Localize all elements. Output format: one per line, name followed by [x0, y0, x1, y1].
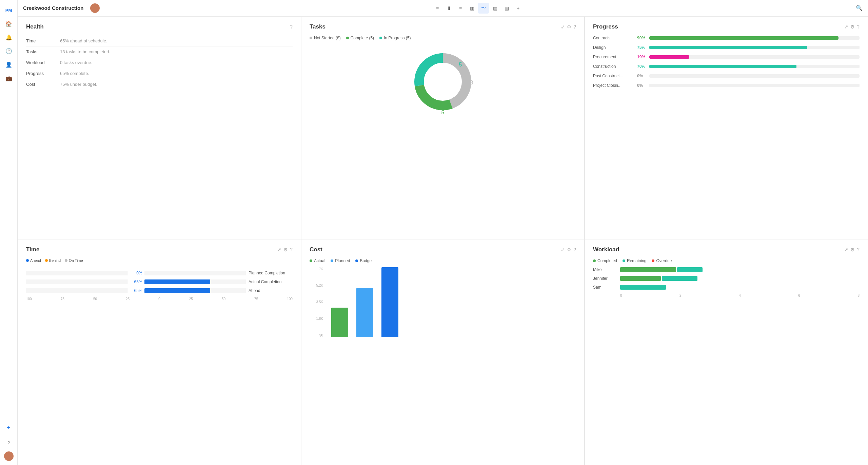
- time-chart-row: 65%Ahead: [26, 288, 293, 293]
- health-row: Time65% ahead of schedule.: [26, 36, 293, 46]
- time-bar-fill: [144, 288, 211, 293]
- workload-settings-icon[interactable]: ⚙: [850, 247, 855, 252]
- progress-help-icon[interactable]: ?: [857, 24, 860, 30]
- health-help-icon[interactable]: ?: [290, 24, 293, 30]
- dashboard: Health ? Time65% ahead of schedule.Tasks…: [18, 16, 868, 465]
- workload-legend-item: Completed: [593, 258, 617, 263]
- rows-view-icon[interactable]: ≡: [455, 3, 466, 14]
- cost-y-label: 5.2K: [310, 284, 323, 287]
- progress-row-label: Design: [593, 45, 637, 50]
- workload-legend-dot: [652, 259, 654, 262]
- progress-fill: [649, 55, 689, 59]
- workload-axis: 02468: [593, 294, 860, 297]
- sidebar-pm-logo[interactable]: PM: [3, 4, 15, 16]
- cost-legend-dot: [331, 259, 333, 262]
- time-legend-item: Ahead: [26, 258, 41, 263]
- time-legend-dot: [26, 259, 29, 262]
- time-help-icon[interactable]: ?: [290, 247, 293, 252]
- workload-bar: [677, 267, 703, 272]
- sidebar-people[interactable]: 👤: [3, 58, 15, 71]
- time-legend-label: Behind: [49, 258, 61, 263]
- workload-bar: [620, 267, 676, 272]
- time-settings-icon[interactable]: ⚙: [283, 247, 288, 252]
- cost-card-actions: ⤢ ⚙ ?: [561, 247, 576, 252]
- workload-legend-item: Overdue: [652, 258, 672, 263]
- sidebar-time[interactable]: 🕐: [3, 45, 15, 57]
- cost-settings-icon[interactable]: ⚙: [567, 247, 571, 252]
- sidebar-avatar[interactable]: [4, 451, 14, 461]
- workload-legend-label: Overdue: [656, 258, 672, 263]
- health-row-value: 0 tasks overdue.: [60, 60, 92, 65]
- workload-expand-icon[interactable]: ⤢: [844, 247, 848, 252]
- workload-person-bars: [620, 285, 860, 290]
- health-row-value: 13 tasks to be completed.: [60, 49, 110, 54]
- time-row-pct: 0%: [128, 271, 142, 275]
- cost-planned-bar: [356, 288, 373, 337]
- health-card: Health ? Time65% ahead of schedule.Tasks…: [18, 16, 301, 239]
- cost-card: Cost ⤢ ⚙ ? ActualPlannedBudget 7K5.2K3.5…: [301, 239, 585, 465]
- progress-expand-icon[interactable]: ⤢: [844, 24, 848, 30]
- cost-legend-item: Budget: [355, 258, 373, 263]
- sidebar: PM 🏠 🔔 🕐 👤 💼 + ?: [0, 0, 18, 465]
- time-chart: 0%Planned Completion65%Actual Completion…: [26, 268, 293, 301]
- time-expand-icon[interactable]: ⤢: [277, 247, 281, 252]
- cost-expand-icon[interactable]: ⤢: [561, 247, 565, 252]
- workload-person-label: Jennifer: [593, 276, 620, 281]
- sidebar-add[interactable]: +: [3, 422, 15, 434]
- progress-track: [649, 65, 860, 68]
- sidebar-help[interactable]: ?: [3, 437, 15, 449]
- cost-y-label: $0: [310, 333, 323, 337]
- time-title: Time: [26, 246, 39, 253]
- health-row-label: Time: [26, 38, 60, 43]
- svg-text:5: 5: [459, 62, 462, 67]
- sidebar-notifications[interactable]: 🔔: [3, 31, 15, 43]
- workload-help-icon[interactable]: ?: [857, 247, 860, 252]
- tasks-legend-item: Not Started (8): [310, 36, 341, 40]
- workload-legend: CompletedRemainingOverdue: [593, 258, 860, 263]
- cost-help-icon[interactable]: ?: [573, 247, 576, 252]
- health-title: Health: [26, 23, 44, 30]
- progress-row-label: Procurement: [593, 55, 637, 59]
- time-legend-dot: [65, 259, 67, 262]
- add-view-icon[interactable]: +: [513, 3, 524, 14]
- tasks-expand-icon[interactable]: ⤢: [561, 24, 565, 30]
- progress-track: [649, 46, 860, 49]
- tasks-legend-item: In Progress (5): [379, 36, 411, 40]
- chart-view-icon[interactable]: 〜: [478, 3, 489, 14]
- time-card-header: Time ⤢ ⚙ ?: [26, 246, 293, 253]
- legend-dot: [310, 37, 312, 39]
- progress-title: Progress: [593, 23, 618, 30]
- workload-title: Workload: [593, 246, 619, 253]
- doc-view-icon[interactable]: ▧: [501, 3, 512, 14]
- time-card-actions: ⤢ ⚙ ?: [277, 247, 293, 252]
- health-row-label: Cost: [26, 82, 60, 87]
- sidebar-home[interactable]: 🏠: [3, 18, 15, 30]
- calendar-view-icon[interactable]: ▤: [490, 3, 500, 14]
- svg-text:8: 8: [470, 80, 473, 85]
- workload-legend-dot: [593, 259, 596, 262]
- tasks-settings-icon[interactable]: ⚙: [567, 24, 571, 30]
- cost-y-label: 1.8K: [310, 317, 323, 321]
- list-view-icon[interactable]: ≡: [432, 3, 443, 14]
- tasks-help-icon[interactable]: ?: [573, 24, 576, 30]
- progress-row-pct: 0%: [637, 74, 649, 78]
- progress-track: [649, 36, 860, 40]
- cost-legend-label: Planned: [335, 258, 350, 263]
- progress-settings-icon[interactable]: ⚙: [850, 24, 855, 30]
- cost-legend-item: Planned: [331, 258, 350, 263]
- health-row-label: Workload: [26, 60, 60, 65]
- time-left-track: [26, 271, 128, 275]
- columns-view-icon[interactable]: ⏸: [443, 3, 454, 14]
- time-right-track: [144, 271, 246, 275]
- progress-card-actions: ⤢ ⚙ ?: [844, 24, 860, 30]
- table-view-icon[interactable]: ▦: [467, 3, 477, 14]
- progress-row: Post Construct... 0%: [593, 74, 860, 78]
- cost-y-label: 7K: [310, 267, 323, 271]
- time-legend-dot: [45, 259, 48, 262]
- progress-row-label: Contracts: [593, 36, 637, 40]
- sidebar-briefcase[interactable]: 💼: [3, 72, 15, 84]
- workload-bar: [662, 276, 697, 281]
- topbar-avatar[interactable]: [90, 3, 100, 13]
- progress-row-pct: 0%: [637, 83, 649, 88]
- search-icon[interactable]: 🔍: [856, 5, 863, 11]
